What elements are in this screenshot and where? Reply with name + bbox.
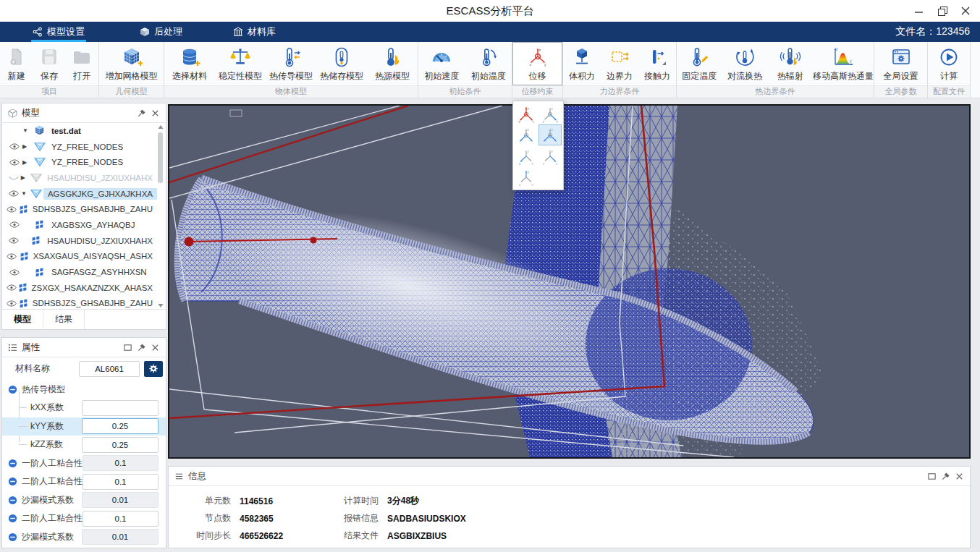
conduction-section-row[interactable]: 热传导模型 — [2, 380, 166, 399]
info-panel-header: 信息 — [169, 467, 970, 486]
moving-gauss-flux-button[interactable]: zy 移动高斯热通量 — [813, 42, 874, 85]
mesh-part-icon — [30, 173, 42, 183]
open-button[interactable]: 打开 — [66, 42, 98, 85]
tree-row[interactable]: ▼test.dat — [2, 123, 157, 139]
info-field: 计算时间3分48秒 — [334, 495, 466, 507]
visibility-eye-icon[interactable] — [7, 206, 17, 213]
contact-force-button[interactable]: 接触力 — [638, 42, 676, 85]
body-force-button[interactable]: 体积力 — [563, 42, 601, 85]
constraint-option-x[interactable]: zxy — [515, 145, 538, 166]
constraint-option-xy[interactable]: z — [515, 124, 538, 145]
scroll-thumb[interactable] — [158, 132, 163, 183]
tree-row[interactable]: SDHSBJZS_GHSABJHB_ZAHU — [2, 201, 157, 217]
hourglass1-input[interactable]: 0.01 — [82, 492, 159, 508]
tree-row[interactable]: ZSXGX_HSAKAZNZXK_AHASX — [2, 280, 157, 296]
collapse-icon[interactable] — [8, 477, 17, 486]
tree-row[interactable]: SDHSBJZS_GHSABJHB_ZAHU — [2, 296, 157, 310]
constraint-option-xy-filled[interactable]: z — [538, 124, 562, 145]
close-icon[interactable] — [151, 109, 160, 118]
tree-row[interactable]: ▶YZ_FREE_NODES — [2, 139, 157, 155]
constraint-option-y[interactable]: zxy — [538, 103, 562, 124]
radiation-button[interactable]: 热辐射 — [767, 42, 813, 85]
conduction-model-button[interactable]: 热传导模型 — [266, 42, 316, 85]
visibility-eye-icon[interactable] — [9, 269, 20, 276]
triad-xy-blue-icon: z — [518, 127, 535, 144]
tab-results[interactable]: 结果 — [43, 310, 85, 329]
hourglass2-input[interactable]: 0.01 — [82, 529, 159, 545]
collapse-icon[interactable] — [8, 514, 17, 523]
save-button[interactable]: 保存 — [33, 42, 65, 85]
tab-model-setup[interactable]: 模型设置 — [33, 22, 85, 42]
viewport-3d[interactable] — [168, 104, 971, 459]
close-button[interactable] — [954, 0, 977, 22]
initial-velocity-button[interactable]: 初始速度 — [418, 42, 465, 85]
tab-material-library-label: 材料库 — [248, 25, 276, 38]
visibility-eye-icon[interactable] — [9, 237, 19, 244]
constraint-option-y2[interactable]: zxy — [538, 145, 562, 166]
tab-material-library[interactable]: 材料库 — [233, 22, 276, 42]
compute-button[interactable]: 计算 — [928, 42, 970, 85]
select-material-button[interactable]: 选择材料 — [164, 42, 215, 85]
visibility-off-icon[interactable] — [9, 174, 19, 181]
close-icon[interactable] — [151, 343, 160, 352]
toolbar-group-config: 计算 配置文件 — [928, 42, 971, 98]
maximize-icon[interactable] — [123, 343, 132, 352]
kzz-input[interactable]: 0.25 — [82, 437, 159, 453]
displacement-button[interactable]: zxy 位移 — [512, 42, 562, 85]
viscosity3-input[interactable]: 0.1 — [83, 511, 159, 527]
kyy-input[interactable]: 0.25 — [82, 418, 159, 434]
kxx-input[interactable] — [82, 400, 159, 416]
heat-source-model-button[interactable]: 热源模型 — [367, 42, 418, 85]
close-icon[interactable] — [955, 472, 964, 481]
restore-button[interactable] — [931, 0, 954, 22]
material-name-input[interactable]: AL6061 — [79, 361, 140, 377]
maximize-icon[interactable] — [927, 472, 937, 481]
cube-icon — [33, 124, 46, 137]
tree-row[interactable]: HSAUHDISU_JZXIUXHAHX — [2, 233, 157, 249]
visibility-eye-icon[interactable] — [7, 284, 17, 291]
constraint-option-xyz-red[interactable]: zxy — [515, 103, 538, 124]
tree-scrollbar[interactable] — [157, 124, 164, 309]
visibility-eye-icon[interactable] — [9, 190, 19, 197]
pin-icon[interactable] — [137, 109, 146, 118]
viscosity2-input[interactable]: 0.1 — [83, 474, 159, 490]
visibility-eye-icon[interactable] — [7, 253, 17, 260]
collapse-icon[interactable] — [8, 385, 17, 394]
scroll-down-icon[interactable] — [157, 302, 164, 309]
filename-label: 文件名：123456 — [895, 25, 980, 38]
fixed-temperature-button[interactable]: 固定温度 — [677, 42, 722, 85]
property-row: 一阶人工粘合性 0.1 — [2, 454, 166, 473]
visibility-eye-icon[interactable] — [9, 159, 20, 166]
add-mesh-model-button[interactable]: 增加网格模型 — [99, 42, 164, 85]
tree-row[interactable]: ▶YZ_FREE_NODES — [2, 154, 157, 170]
tree-row[interactable]: SAGFASGZ_ASYHHXSN — [2, 264, 157, 280]
pin-icon[interactable] — [137, 343, 146, 352]
visibility-eye-icon[interactable] — [9, 143, 20, 150]
tab-model[interactable]: 模型 — [2, 310, 43, 329]
new-button[interactable]: 新建 — [0, 42, 33, 85]
constraint-option-z[interactable]: zxy — [515, 166, 538, 187]
tree-row[interactable]: XSAXGAUS_AISYAQSH_ASHX — [2, 249, 157, 265]
collapse-icon[interactable] — [8, 532, 17, 542]
convection-button[interactable]: 对流换热 — [722, 42, 768, 85]
info-field: 时间步长466526622 — [186, 530, 283, 542]
collapse-icon[interactable] — [8, 459, 17, 468]
collapse-icon[interactable] — [8, 496, 17, 505]
heat-storage-model-button[interactable]: 热储存模型 — [316, 42, 367, 85]
visibility-eye-icon[interactable] — [9, 221, 20, 228]
toolbar-group-force-bc: 体积力 边界力 接触力 力边界条件 — [563, 42, 677, 98]
global-settings-button[interactable]: 全局设置 — [874, 42, 927, 85]
boundary-force-button[interactable]: 边界力 — [601, 42, 638, 85]
tree-row[interactable]: ▶HSAUHDISU_JZXIUXHAHX — [2, 170, 157, 186]
pin-icon[interactable] — [941, 472, 950, 481]
viscosity1-input[interactable]: 0.1 — [83, 455, 159, 471]
material-settings-button[interactable] — [144, 361, 163, 377]
tab-post-process[interactable]: 后处理 — [140, 22, 182, 42]
scroll-up-icon[interactable] — [157, 124, 164, 131]
initial-temperature-button[interactable]: 初始温度 — [465, 42, 512, 85]
visibility-eye-icon[interactable] — [7, 300, 17, 307]
tree-row[interactable]: XAGBSXG_AYHAQBJ — [2, 217, 157, 233]
minimize-button[interactable] — [908, 0, 931, 22]
tree-row-selected[interactable]: ▼AGSGKJKG_GJHXAJKHXA — [2, 186, 157, 202]
stability-model-button[interactable]: 稳定性模型 — [215, 42, 266, 85]
